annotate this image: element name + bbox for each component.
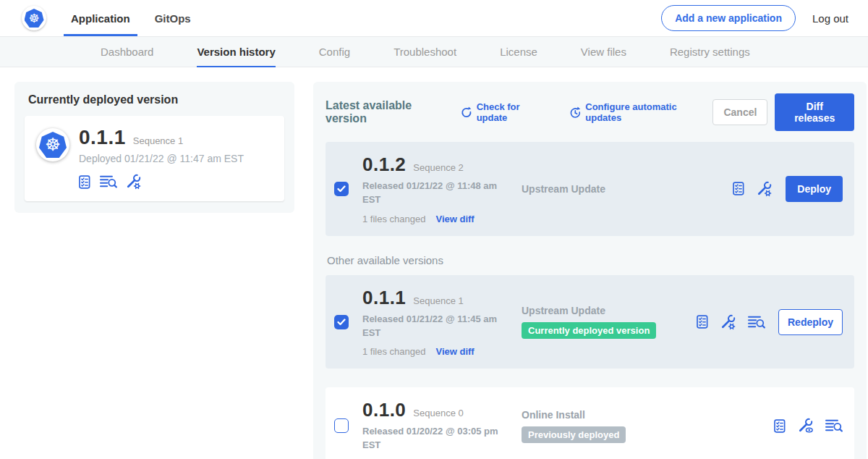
version-row-0-1-2: 0.1.2 Sequence 2 Released 01/21/22 @ 11:… — [326, 142, 854, 236]
deployed-sequence-label: Sequence 1 — [133, 135, 183, 146]
previously-deployed-badge: Previously deployed — [522, 426, 626, 443]
topnav-tab-application-label: Application — [71, 12, 130, 25]
view-config-icon[interactable] — [798, 418, 814, 434]
topnav-tab-gitops[interactable]: GitOps — [155, 0, 191, 36]
topnav-right: Add a new application Log out — [661, 0, 848, 36]
topnav-tab-gitops-label: GitOps — [155, 12, 191, 25]
view-files-icon[interactable] — [100, 175, 117, 188]
kubernetes-wheel-icon: ☸ — [25, 9, 44, 28]
tab-license[interactable]: License — [500, 37, 537, 67]
check-for-update-link[interactable]: Check for update — [461, 101, 552, 123]
redeploy-button[interactable]: Redeploy — [778, 309, 843, 335]
version-info: 0.1.0 Sequence 0 Released 01/20/22 @ 03:… — [362, 399, 522, 452]
diff-releases-button[interactable]: Diff releases — [775, 93, 854, 131]
deploy-button[interactable]: Deploy — [786, 176, 843, 202]
currently-deployed-panel: Currently deployed version ☸ 0.1.1 Seque… — [14, 82, 294, 213]
available-versions-header: Latest available version Check for updat… — [326, 93, 854, 131]
top-nav: ☸ Application GitOps Add a new applicati… — [0, 0, 868, 36]
files-changed-label: 1 files changed — [362, 346, 425, 357]
deployed-version-number: 0.1.1 — [79, 126, 126, 149]
app-sub-nav: Dashboard Version history Config Trouble… — [0, 36, 868, 67]
tab-troubleshoot-label: Troubleshoot — [393, 46, 456, 58]
deployed-version-info: 0.1.1 Sequence 1 Deployed 01/21/22 @ 11:… — [79, 126, 244, 190]
version-row-0-1-0: 0.1.0 Sequence 0 Released 01/20/22 @ 03:… — [326, 387, 854, 459]
sequence-label: Sequence 2 — [413, 162, 463, 173]
edit-config-icon[interactable] — [720, 314, 736, 330]
other-versions-title: Other available versions — [327, 254, 854, 266]
logout-link[interactable]: Log out — [812, 12, 848, 25]
topnav-tab-application[interactable]: Application — [71, 0, 130, 36]
main-content: Currently deployed version ☸ 0.1.1 Seque… — [0, 67, 868, 459]
view-diff-link[interactable]: View diff — [435, 214, 474, 224]
tab-registry-settings-label: Registry settings — [670, 46, 750, 58]
configure-automatic-updates-link[interactable]: Configure automatic updates — [569, 101, 713, 123]
preflight-checklist-icon[interactable] — [774, 419, 786, 433]
checkmark-icon — [337, 319, 346, 326]
tab-config-label: Config — [319, 46, 350, 58]
tab-license-label: License — [500, 46, 537, 58]
deployed-version-card: ☸ 0.1.1 Sequence 1 Deployed 01/21/22 @ 1… — [25, 116, 284, 201]
version-row-0-1-1: 0.1.1 Sequence 1 Released 01/21/22 @ 11:… — [326, 275, 854, 369]
tab-dashboard[interactable]: Dashboard — [101, 37, 153, 67]
checkmark-icon — [337, 185, 346, 193]
source-label: Upstream Update — [522, 305, 697, 316]
sequence-label: Sequence 0 — [413, 408, 463, 418]
version-number: 0.1.0 — [362, 399, 406, 421]
version-source: Upstream Update — [522, 183, 697, 195]
released-timestamp: Released 01/21/22 @ 11:48 am EST — [362, 180, 506, 207]
tab-view-files-label: View files — [581, 46, 626, 58]
check-for-update-label: Check for update — [477, 101, 552, 123]
version-checkbox-0-1-1[interactable] — [334, 315, 349, 329]
kubernetes-logo[interactable]: ☸ — [22, 6, 46, 30]
version-number: 0.1.2 — [362, 153, 406, 176]
tab-version-history[interactable]: Version history — [197, 37, 275, 67]
edit-config-icon[interactable] — [757, 181, 773, 197]
tab-view-files[interactable]: View files — [581, 37, 626, 67]
view-files-icon[interactable] — [825, 419, 843, 432]
version-info: 0.1.1 Sequence 1 Released 01/21/22 @ 11:… — [362, 287, 522, 358]
app-icon: ☸ — [36, 128, 69, 161]
version-actions: Redeploy — [697, 309, 843, 335]
view-diff-link[interactable]: View diff — [435, 346, 474, 357]
version-checkbox-0-1-0[interactable] — [334, 418, 349, 433]
view-files-icon[interactable] — [748, 316, 765, 329]
version-actions: Deploy — [733, 176, 843, 202]
edit-config-icon[interactable] — [126, 174, 142, 190]
released-timestamp: Released 01/20/22 @ 03:05 pm EST — [362, 425, 506, 452]
check-update-icon — [461, 106, 472, 118]
latest-available-title: Latest available version — [326, 99, 454, 125]
configure-automatic-updates-label: Configure automatic updates — [585, 101, 712, 123]
version-source: Upstream Update Currently deployed versi… — [522, 305, 697, 339]
tab-config[interactable]: Config — [319, 37, 350, 67]
kubernetes-wheel-icon: ☸ — [39, 132, 67, 158]
released-timestamp: Released 01/21/22 @ 11:45 am EST — [362, 313, 506, 340]
sequence-label: Sequence 1 — [413, 295, 463, 306]
currently-deployed-badge: Currently deployed version — [522, 322, 656, 339]
currently-deployed-title: Currently deployed version — [28, 93, 284, 106]
version-actions — [774, 418, 843, 434]
version-source: Online Install Previously deployed — [522, 409, 697, 443]
deployed-actions — [79, 174, 244, 190]
tab-version-history-label: Version history — [197, 46, 275, 58]
tab-registry-settings[interactable]: Registry settings — [670, 37, 750, 67]
source-label: Upstream Update — [522, 183, 697, 195]
version-info: 0.1.2 Sequence 2 Released 01/21/22 @ 11:… — [362, 153, 522, 224]
preflight-checklist-icon[interactable] — [79, 175, 91, 189]
version-checkbox-0-1-2[interactable] — [334, 182, 349, 196]
preflight-checklist-icon[interactable] — [733, 182, 745, 195]
files-changed-label: 1 files changed — [362, 214, 425, 224]
cancel-button[interactable]: Cancel — [712, 99, 767, 125]
source-label: Online Install — [522, 409, 697, 421]
tab-dashboard-label: Dashboard — [101, 46, 153, 58]
deployed-timestamp: Deployed 01/21/22 @ 11:47 am EST — [79, 153, 244, 164]
preflight-checklist-icon[interactable] — [697, 315, 709, 329]
auto-update-icon — [569, 106, 582, 119]
add-application-button[interactable]: Add a new application — [661, 5, 796, 31]
version-number: 0.1.1 — [362, 287, 406, 309]
available-versions-panel: Latest available version Check for updat… — [313, 82, 867, 459]
tab-troubleshoot[interactable]: Troubleshoot — [393, 37, 456, 67]
